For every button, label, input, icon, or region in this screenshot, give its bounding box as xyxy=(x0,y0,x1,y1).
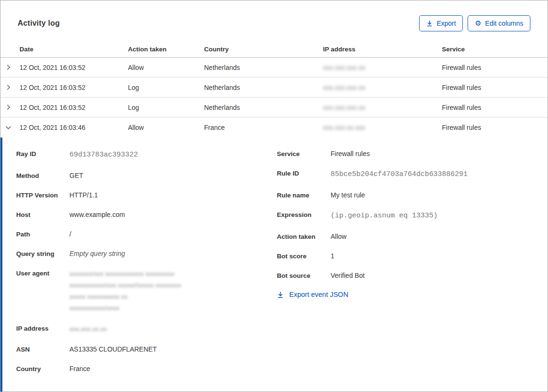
table-row[interactable]: 12 Oct, 2021 16:03:46 Allow France xxx.x… xyxy=(0,118,548,137)
detail-item: Bot score 1 xyxy=(277,251,533,261)
row-action: Allow xyxy=(128,124,204,131)
detail-label: Country xyxy=(16,364,69,374)
detail-value: HTTP/1.1 xyxy=(69,190,98,200)
detail-label: Service xyxy=(277,149,331,159)
page-title: Activity log xyxy=(18,19,60,28)
detail-item: Path / xyxy=(16,229,277,239)
detail-label: Bot score xyxy=(277,251,331,261)
table-row[interactable]: 12 Oct, 2021 16:03:52 Log Netherlands xx… xyxy=(0,78,548,98)
detail-value: xxx.xxx.xx.xx xyxy=(69,323,107,335)
row-country: Netherlands xyxy=(204,104,323,111)
row-date: 12 Oct, 2021 16:03:52 xyxy=(20,84,128,91)
row-service: Firewall rules xyxy=(442,84,548,91)
activity-log-panel: Activity log Export ⚙ Edit columns Date … xyxy=(0,0,548,392)
detail-value: 69d13783ac393322 xyxy=(69,149,138,161)
detail-item: Query string Empty query string xyxy=(16,249,277,259)
detail-item: Host www.example.com xyxy=(16,210,277,220)
event-detail-panel: Ray ID 69d13783ac393322 Method GET HTTP … xyxy=(0,137,548,392)
edit-columns-button[interactable]: ⚙ Edit columns xyxy=(468,15,530,31)
detail-value: 1 xyxy=(331,251,334,261)
chevron-down-icon[interactable] xyxy=(0,125,20,131)
row-ip-redacted: xxx.xxx.xxx.xx xyxy=(323,64,442,71)
detail-label: ASN xyxy=(16,344,69,354)
table-row[interactable]: 12 Oct, 2021 16:03:52 Allow Netherlands … xyxy=(0,58,548,78)
detail-label: Query string xyxy=(16,249,69,259)
detail-item: Method GET xyxy=(16,171,277,181)
detail-label: Ray ID xyxy=(16,149,69,159)
detail-item: ASN AS13335 CLOUDFLARENET xyxy=(16,344,277,354)
detail-label: IP address xyxy=(16,323,69,333)
row-country: Netherlands xyxy=(204,84,323,91)
chevron-right-icon[interactable] xyxy=(0,64,20,70)
export-button-label: Export xyxy=(437,20,456,27)
detail-label: User agent xyxy=(16,268,69,278)
row-ip-redacted: xxx.xxx.xxx.xx xyxy=(323,104,442,111)
header-actions: Export ⚙ Edit columns xyxy=(419,15,530,31)
table-header: Date Action taken Country IP address Ser… xyxy=(0,41,548,58)
detail-item: User agent xxxxxxx/xxx xxxxxxxxxxxx xxxx… xyxy=(16,268,277,314)
row-service: Firewall rules xyxy=(442,124,548,131)
detail-value: 85bce5b204cf4703a764dcb633886291 xyxy=(331,168,468,181)
detail-value: xxxxxxx/xxx xxxxxxxxxxxx xxxxxxxxxxxxxxx… xyxy=(69,268,181,314)
export-event-json-link[interactable]: Export event JSON xyxy=(277,291,348,298)
column-header-country: Country xyxy=(204,46,323,53)
detail-label: Expression xyxy=(277,210,331,220)
detail-value: Verified Bot xyxy=(331,271,365,281)
detail-item: Bot source Verified Bot xyxy=(277,271,533,281)
table-body: 12 Oct, 2021 16:03:52 Allow Netherlands … xyxy=(0,58,548,137)
detail-value: Empty query string xyxy=(69,249,125,259)
edit-columns-button-label: Edit columns xyxy=(485,20,523,27)
detail-item: Rule name My test rule xyxy=(277,190,533,200)
detail-item: Service Firewall rules xyxy=(277,149,533,159)
row-ip-redacted: xxx.xxx.xx.xxx xyxy=(323,124,442,131)
detail-label: Path xyxy=(16,229,69,239)
detail-label: Method xyxy=(16,171,69,181)
detail-label: Rule ID xyxy=(277,168,331,178)
detail-item: Ray ID 69d13783ac393322 xyxy=(16,149,277,161)
detail-value: / xyxy=(69,229,71,239)
detail-item: HTTP Version HTTP/1.1 xyxy=(16,190,277,200)
column-header-ip: IP address xyxy=(323,46,442,53)
detail-value: AS13335 CLOUDFLARENET xyxy=(69,344,157,354)
detail-value: GET xyxy=(69,171,83,181)
detail-item: Rule ID 85bce5b204cf4703a764dcb633886291 xyxy=(277,168,533,181)
detail-item: Expression (ip.geoip.asnum eq 13335) xyxy=(277,210,533,222)
row-date: 12 Oct, 2021 16:03:46 xyxy=(20,124,128,131)
row-country: Netherlands xyxy=(204,64,323,71)
gear-icon: ⚙ xyxy=(475,20,481,27)
row-ip-redacted: xxx.xxx.xxx.xx xyxy=(323,84,442,91)
detail-item: Action taken Allow xyxy=(277,232,533,242)
detail-value: Firewall rules xyxy=(331,149,370,159)
detail-value: Allow xyxy=(331,232,346,242)
detail-label: Rule name xyxy=(277,190,331,200)
table-row[interactable]: 12 Oct, 2021 16:03:52 Log Netherlands xx… xyxy=(0,98,548,118)
row-service: Firewall rules xyxy=(442,104,548,111)
row-action: Log xyxy=(128,104,204,111)
detail-item: Country France xyxy=(16,364,277,374)
download-icon xyxy=(277,291,284,298)
row-action: Allow xyxy=(128,64,204,71)
detail-value: (ip.geoip.asnum eq 13335) xyxy=(331,210,438,222)
detail-label: Host xyxy=(16,210,69,220)
detail-label: Bot source xyxy=(277,271,331,281)
header: Activity log Export ⚙ Edit columns xyxy=(0,0,548,32)
row-country: France xyxy=(204,124,323,131)
row-date: 12 Oct, 2021 16:03:52 xyxy=(20,64,128,71)
row-action: Log xyxy=(128,84,204,91)
detail-value: France xyxy=(69,364,90,374)
column-header-date: Date xyxy=(20,46,128,53)
column-header-action: Action taken xyxy=(128,46,204,53)
detail-value: www.example.com xyxy=(69,210,125,220)
detail-left-column: Ray ID 69d13783ac393322 Method GET HTTP … xyxy=(16,149,277,383)
export-button[interactable]: Export xyxy=(419,15,463,31)
chevron-right-icon[interactable] xyxy=(0,104,20,110)
chevron-right-icon[interactable] xyxy=(0,84,20,90)
export-event-json-label: Export event JSON xyxy=(289,291,348,298)
detail-label: HTTP Version xyxy=(16,190,69,200)
download-icon xyxy=(426,20,433,27)
detail-item: IP address xxx.xxx.xx.xx xyxy=(16,323,277,335)
detail-right-column: Service Firewall rules Rule ID 85bce5b20… xyxy=(277,149,533,383)
detail-label: Action taken xyxy=(277,232,331,242)
row-service: Firewall rules xyxy=(442,64,548,71)
row-date: 12 Oct, 2021 16:03:52 xyxy=(20,104,128,111)
